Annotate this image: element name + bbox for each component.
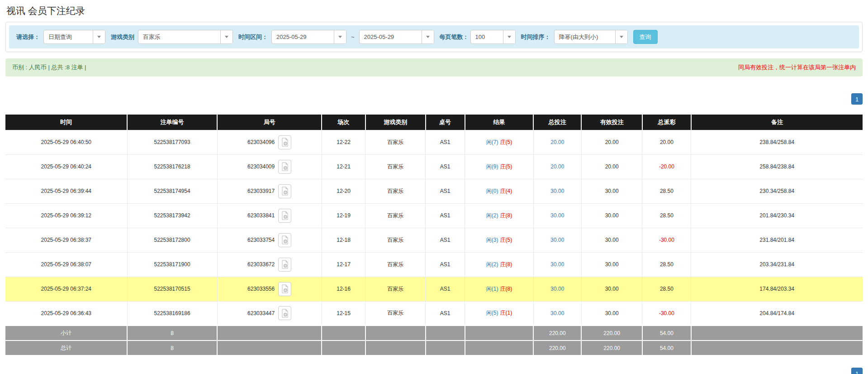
cell-bet-id: 522538177093 (127, 130, 217, 154)
video-playback-button[interactable] (278, 258, 291, 272)
cell-game-type: 百家乐 (365, 154, 426, 179)
pagination-bottom: 1 (5, 368, 863, 374)
table-row: 2025-05-29 06:40:24522538176218623034009… (5, 154, 863, 179)
chevron-down-icon[interactable] (93, 30, 105, 43)
total-bet-link[interactable]: 20.00 (550, 139, 564, 145)
cell-session: 12-21 (322, 154, 365, 179)
cell-valid-bet: 30.00 (581, 301, 642, 326)
total-bet-link[interactable]: 30.00 (550, 188, 564, 194)
summary-total-bet: 220.00 (533, 326, 581, 340)
video-playback-button[interactable] (278, 160, 291, 174)
round-number: 623033917 (247, 188, 275, 194)
cell-payout: -20.00 (642, 154, 691, 179)
cell-round-id: 623033841 (217, 203, 322, 228)
summary-label: 总计 (5, 340, 127, 355)
round-number: 623034096 (247, 139, 275, 145)
filter-panel: 请选择： 日期查询 游戏类别 百家乐 时间区间： 2025-05-29 ~ 20… (5, 22, 863, 52)
chevron-down-icon[interactable] (220, 30, 232, 43)
table-row: 2025-05-29 06:36:43522538169186623033447… (5, 301, 863, 326)
cell-total-bet: 30.00 (533, 277, 581, 301)
total-bet-link[interactable]: 30.00 (550, 261, 564, 268)
date-to-select[interactable]: 2025-05-29 (359, 30, 434, 44)
search-button[interactable]: 查询 (633, 30, 658, 44)
cell-time: 2025-05-29 06:40:24 (5, 154, 127, 179)
cell-total-bet: 30.00 (533, 228, 581, 252)
cell-valid-bet: 30.00 (581, 252, 642, 277)
cell-session: 12-16 (322, 277, 365, 301)
cell-bet-id: 522538176218 (127, 154, 217, 179)
sort-order-select[interactable]: 降幂(由大到小) (554, 30, 628, 44)
cell-round-id: 623033556 (217, 277, 322, 301)
cell-table-no: AS1 (426, 301, 465, 326)
page-size-select[interactable]: 100 (470, 30, 516, 44)
game-type-select[interactable]: 百家乐 (138, 30, 233, 44)
cell-table-no: AS1 (426, 130, 465, 154)
column-header: 桌号 (426, 115, 465, 130)
summary-game (365, 340, 426, 355)
result-player: 闲(0) (486, 188, 498, 194)
cell-payout: 20.00 (642, 130, 691, 154)
result-player: 闲(1) (486, 286, 498, 292)
round-number: 623034009 (247, 163, 275, 170)
game-type-value: 百家乐 (138, 30, 220, 43)
cell-result: 闲(0)庄(4) (465, 179, 534, 203)
cell-result: 闲(7)庄(5) (465, 130, 534, 154)
total-bet-link[interactable]: 30.00 (550, 310, 564, 316)
total-bet-link[interactable]: 30.00 (550, 237, 564, 243)
summary-result (465, 326, 534, 340)
cell-session: 12-22 (322, 130, 365, 154)
column-header: 注单编号 (127, 115, 217, 130)
summary-session (322, 340, 365, 355)
date-from-select[interactable]: 2025-05-29 (271, 30, 346, 44)
result-player: 闲(9) (486, 163, 498, 170)
cell-game-type: 百家乐 (365, 130, 426, 154)
page-button-1[interactable]: 1 (851, 93, 863, 105)
video-playback-button[interactable] (278, 184, 291, 198)
chevron-down-icon[interactable] (503, 30, 515, 43)
cell-session: 12-19 (322, 203, 365, 228)
cell-remark: 204.84/174.84 (691, 301, 863, 326)
summary-count: 8 (127, 340, 217, 355)
video-file-icon (280, 211, 289, 220)
page-button-1[interactable]: 1 (851, 368, 863, 374)
chevron-down-icon[interactable] (615, 30, 627, 43)
cell-valid-bet: 30.00 (581, 203, 642, 228)
cell-game-type: 百家乐 (365, 203, 426, 228)
cell-result: 闲(3)庄(5) (465, 228, 534, 252)
cell-payout: -30.00 (642, 301, 691, 326)
result-banker: 庄(4) (500, 188, 512, 194)
video-playback-button[interactable] (278, 135, 291, 149)
table-row: 2025-05-29 06:38:37522538172800623033754… (5, 228, 863, 252)
video-file-icon (280, 260, 289, 269)
query-type-value: 日期查询 (44, 30, 93, 43)
table-row: 2025-05-29 06:40:50522538177093623034096… (5, 130, 863, 154)
total-bet-link[interactable]: 30.00 (550, 212, 564, 219)
video-playback-button[interactable] (278, 282, 291, 296)
payout-value: 28.50 (660, 212, 674, 219)
cell-payout: 28.50 (642, 277, 691, 301)
result-player: 闲(2) (486, 261, 498, 268)
cell-time: 2025-05-29 06:40:50 (5, 130, 127, 154)
total-row: 总计8220.00220.0054.00 (5, 340, 863, 355)
total-bet-link[interactable]: 20.00 (550, 163, 564, 170)
cell-bet-id: 522538170515 (127, 277, 217, 301)
cell-total-bet: 20.00 (533, 154, 581, 179)
video-playback-button[interactable] (278, 306, 291, 320)
chevron-down-icon[interactable] (334, 30, 346, 43)
payout-value: 28.50 (660, 286, 674, 292)
cell-valid-bet: 20.00 (581, 154, 642, 179)
video-playback-button[interactable] (278, 233, 291, 247)
time-range-label: 时间区间： (238, 33, 268, 41)
total-bet-link[interactable]: 30.00 (550, 286, 564, 292)
video-playback-button[interactable] (278, 209, 291, 223)
table-row: 2025-05-29 06:38:07522538171900623033672… (5, 252, 863, 277)
summary-session (322, 326, 365, 340)
cell-total-bet: 30.00 (533, 179, 581, 203)
cell-session: 12-15 (322, 301, 365, 326)
column-header: 总投注 (533, 115, 581, 130)
cell-table-no: AS1 (426, 277, 465, 301)
query-type-select[interactable]: 日期查询 (43, 30, 105, 44)
chevron-down-icon[interactable] (422, 30, 434, 43)
cell-time: 2025-05-29 06:38:37 (5, 228, 127, 252)
column-header: 场次 (322, 115, 365, 130)
